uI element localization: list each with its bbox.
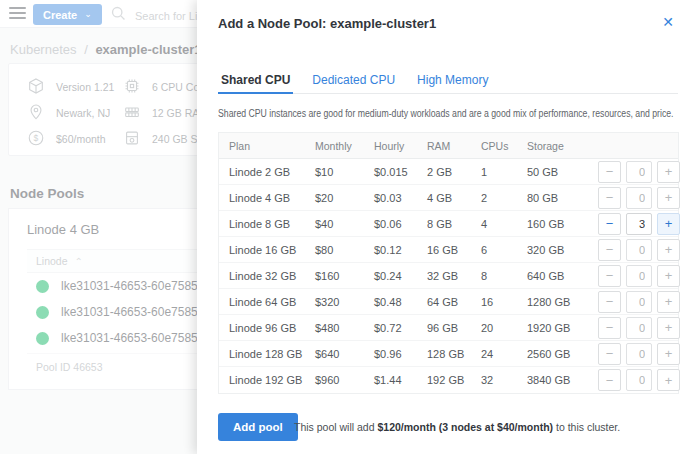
plan-cell-storage: 80 GB	[527, 192, 598, 204]
node-count-input[interactable]	[626, 369, 652, 391]
plan-cell-plan: Linode 4 GB	[229, 192, 315, 204]
node-count-input[interactable]	[626, 161, 652, 183]
plan-cell-cpus: 16	[481, 296, 527, 308]
plus-icon[interactable]: +	[657, 343, 680, 365]
node-count-stepper: −+	[598, 343, 681, 365]
plans-column-monthly: Monthly	[315, 140, 374, 152]
summary-suffix: to this cluster.	[553, 421, 620, 433]
plan-cell-plan: Linode 64 GB	[229, 296, 315, 308]
node-count-stepper: −+	[598, 265, 681, 287]
plus-icon[interactable]: +	[657, 291, 680, 313]
plan-cell-storage: 1920 GB	[527, 322, 598, 334]
tab-high-memory[interactable]: High Memory	[414, 66, 491, 93]
plan-row: Linode 64 GB$320$0.4864 GB161280 GB−+	[219, 289, 678, 315]
plan-cell-ram: 2 GB	[427, 166, 481, 178]
close-icon[interactable]: ✕	[660, 13, 676, 31]
plan-cell-cpus: 8	[481, 270, 527, 282]
plan-cell-monthly: $80	[315, 244, 374, 256]
minus-icon[interactable]: −	[598, 369, 621, 391]
plan-cell-plan: Linode 128 GB	[229, 348, 315, 360]
tab-dedicated-cpu[interactable]: Dedicated CPU	[309, 66, 398, 93]
plans-column-ram: RAM	[427, 140, 481, 152]
node-count-stepper: −+	[598, 239, 681, 261]
plan-cell-monthly: $10	[315, 166, 374, 178]
drawer-title: Add a Node Pool: example-cluster1	[218, 16, 436, 31]
plus-icon[interactable]: +	[657, 369, 680, 391]
tab-description: Shared CPU instances are good for medium…	[218, 108, 674, 119]
node-count-input[interactable]	[626, 265, 652, 287]
minus-icon[interactable]: −	[598, 213, 621, 235]
tab-shared-cpu[interactable]: Shared CPU	[218, 66, 293, 93]
plan-cell-ram: 64 GB	[427, 296, 481, 308]
node-count-stepper: −+	[598, 187, 681, 209]
node-count-stepper: −+	[598, 317, 681, 339]
plan-cell-cpus: 4	[481, 218, 527, 230]
plan-cell-hourly: $0.24	[374, 270, 427, 282]
node-count-input[interactable]	[626, 343, 652, 365]
plan-row: Linode 192 GB$960$1.44192 GB323840 GB−+	[219, 367, 678, 393]
plan-cell-ram: 32 GB	[427, 270, 481, 282]
minus-icon[interactable]: −	[598, 239, 621, 261]
plan-cell-storage: 640 GB	[527, 270, 598, 282]
plan-row: Linode 4 GB$20$0.034 GB280 GB−+	[219, 185, 678, 211]
plan-cell-plan: Linode 16 GB	[229, 244, 315, 256]
plan-row: Linode 16 GB$80$0.1216 GB6320 GB−+	[219, 237, 678, 263]
plus-icon[interactable]: +	[657, 187, 680, 209]
plus-icon[interactable]: +	[657, 265, 680, 287]
plan-cell-monthly: $40	[315, 218, 374, 230]
plan-cell-hourly: $1.44	[374, 374, 427, 386]
minus-icon[interactable]: −	[598, 187, 621, 209]
minus-icon[interactable]: −	[598, 317, 621, 339]
drawer-footer: Add pool This pool will add $120/month (…	[197, 400, 694, 454]
plan-cell-ram: 128 GB	[427, 348, 481, 360]
node-count-input[interactable]	[626, 291, 652, 313]
minus-icon[interactable]: −	[598, 291, 621, 313]
plus-icon[interactable]: +	[657, 161, 680, 183]
minus-icon[interactable]: −	[598, 161, 621, 183]
plan-cell-storage: 1280 GB	[527, 296, 598, 308]
plan-cell-hourly: $0.12	[374, 244, 427, 256]
node-count-input[interactable]	[626, 187, 652, 209]
plan-row: Linode 2 GB$10$0.0152 GB150 GB−+	[219, 159, 678, 185]
summary-cost: $120/month (3 nodes at $40/month)	[377, 421, 553, 433]
plans-table: PlanMonthlyHourlyRAMCPUsStorage Linode 2…	[218, 132, 679, 394]
plan-cell-hourly: $0.06	[374, 218, 427, 230]
plan-cell-monthly: $160	[315, 270, 374, 282]
plan-row: Linode 96 GB$480$0.7296 GB201920 GB−+	[219, 315, 678, 341]
plan-cell-plan: Linode 96 GB	[229, 322, 315, 334]
plan-cell-ram: 192 GB	[427, 374, 481, 386]
plan-cell-hourly: $0.72	[374, 322, 427, 334]
plan-cell-cpus: 2	[481, 192, 527, 204]
minus-icon[interactable]: −	[598, 265, 621, 287]
summary-prefix: This pool will add	[294, 421, 377, 433]
plus-icon[interactable]: +	[657, 317, 680, 339]
plan-cell-monthly: $960	[315, 374, 374, 386]
plan-cell-cpus: 20	[481, 322, 527, 334]
plan-cell-storage: 3840 GB	[527, 374, 598, 386]
add-pool-button[interactable]: Add pool	[218, 413, 298, 441]
plan-cell-storage: 2560 GB	[527, 348, 598, 360]
plan-cell-cpus: 32	[481, 374, 527, 386]
node-count-stepper: −+	[598, 291, 681, 313]
plan-cell-hourly: $0.48	[374, 296, 427, 308]
node-count-input[interactable]	[626, 317, 652, 339]
plan-cell-plan: Linode 2 GB	[229, 166, 315, 178]
pool-cost-summary: This pool will add $120/month (3 nodes a…	[294, 421, 620, 433]
plan-cell-hourly: $0.03	[374, 192, 427, 204]
plan-cell-ram: 96 GB	[427, 322, 481, 334]
node-count-input[interactable]	[626, 213, 652, 235]
plus-icon[interactable]: +	[657, 213, 680, 235]
plan-row: Linode 8 GB$40$0.068 GB4160 GB−+	[219, 211, 678, 237]
plan-cell-ram: 4 GB	[427, 192, 481, 204]
plans-column-storage: Storage	[527, 140, 598, 152]
plus-icon[interactable]: +	[657, 239, 680, 261]
plan-cell-plan: Linode 32 GB	[229, 270, 315, 282]
plan-cell-cpus: 1	[481, 166, 527, 178]
plans-column-hourly: Hourly	[374, 140, 427, 152]
minus-icon[interactable]: −	[598, 343, 621, 365]
plan-cell-ram: 8 GB	[427, 218, 481, 230]
plan-cell-hourly: $0.015	[374, 166, 427, 178]
plan-cell-monthly: $20	[315, 192, 374, 204]
plan-cell-ram: 16 GB	[427, 244, 481, 256]
node-count-input[interactable]	[626, 239, 652, 261]
